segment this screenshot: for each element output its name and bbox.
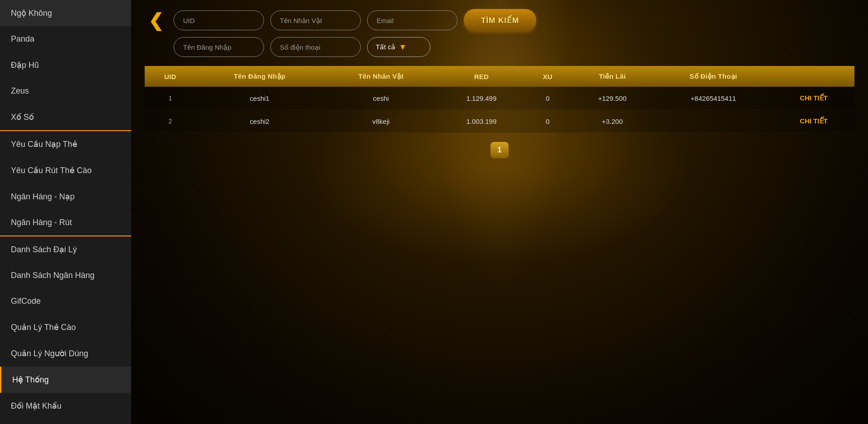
cell-ten-dang-nhap-1: ceshi2 (196, 110, 323, 133)
cell-tien-lai-1: +3.200 (571, 110, 654, 133)
cell-xu-0: 0 (524, 87, 571, 110)
search-row-2: Tất cả ▼ (145, 37, 854, 57)
tat-ca-select[interactable]: Tất cả ▼ (367, 37, 430, 57)
cell-ten-nhan-vat-1: v8keji (323, 110, 438, 133)
chi-tiet-button-0[interactable]: CHI TIẾT (800, 94, 828, 102)
cell-red-1: 1.003.199 (439, 110, 524, 133)
table-row: 1 ceshi1 ceshi 1.129.499 0 +129.500 +842… (145, 87, 854, 110)
page-1-button[interactable]: 1 (491, 142, 509, 158)
sidebar-item-gifcode[interactable]: GifCode (0, 288, 131, 314)
tim-kiem-button[interactable]: TÌM KIẾM (464, 9, 536, 32)
cell-ten-nhan-vat-0: ceshi (323, 87, 438, 110)
search-area: ❮ TÌM KIẾM Tất cả ▼ (145, 9, 854, 57)
cell-red-0: 1.129.499 (439, 87, 524, 110)
sidebar-item-yeu-cau-nap-the[interactable]: Yêu Cầu Nạp Thẻ (0, 131, 131, 157)
cell-uid-1: 2 (145, 110, 196, 133)
table-header: UID Tên Đăng Nhập Tên Nhân Vật RED XU Ti… (145, 66, 854, 87)
col-red: RED (439, 66, 524, 87)
col-ten-nhan-vat: Tên Nhân Vật (323, 66, 438, 87)
cell-so-dien-thoai-1 (654, 110, 773, 133)
sidebar-item-dap-hu[interactable]: Đập Hũ (0, 52, 131, 78)
sidebar-item-xo-so[interactable]: Xổ Số (0, 104, 131, 131)
sidebar-item-quan-ly-nguoi-dung[interactable]: Quản Lý Người Dùng (0, 340, 131, 367)
ten-nhan-vat-input[interactable] (270, 10, 361, 30)
pagination: 1 (145, 142, 854, 158)
dropdown-arrow-icon: ▼ (399, 42, 407, 52)
back-chevron-icon: ❮ (148, 11, 164, 29)
col-action (773, 66, 854, 87)
cell-uid-0: 1 (145, 87, 196, 110)
chi-tiet-button-1[interactable]: CHI TIẾT (800, 117, 828, 125)
cell-so-dien-thoai-0: +84265415411 (654, 87, 773, 110)
col-tien-lai: Tiền Lãi (571, 66, 654, 87)
col-xu: XU (524, 66, 571, 87)
sidebar-item-ngan-hang-nap[interactable]: Ngân Hàng - Nạp (0, 184, 131, 210)
content-panel: ❮ TÌM KIẾM Tất cả ▼ UID Tên (131, 0, 868, 167)
sidebar-item-zeus[interactable]: Zeus (0, 78, 131, 104)
cell-tien-lai-0: +129.500 (571, 87, 654, 110)
email-input[interactable] (367, 10, 458, 30)
sidebar: Ngộ KhôngPandaĐập HũZeusXổ SốYêu Cầu Nạp… (0, 0, 131, 424)
cell-xu-1: 0 (524, 110, 571, 133)
uid-input[interactable] (174, 10, 264, 30)
sidebar-item-quan-ly-the-cao[interactable]: Quản Lý Thẻ Cào (0, 314, 131, 340)
sidebar-item-ngan-hang-rut[interactable]: Ngân Hàng - Rút (0, 210, 131, 236)
ten-dang-nhap-input[interactable] (174, 37, 264, 57)
search-row-1: ❮ TÌM KIẾM (145, 9, 854, 32)
col-so-dien-thoai: Số Điện Thoại (654, 66, 773, 87)
sidebar-item-panda[interactable]: Panda (0, 26, 131, 52)
sidebar-item-danh-sach-ngan-hang[interactable]: Danh Sách Ngân Hàng (0, 263, 131, 288)
main-content: ❮ TÌM KIẾM Tất cả ▼ UID Tên (131, 0, 868, 424)
data-table: UID Tên Đăng Nhập Tên Nhân Vật RED XU Ti… (145, 66, 854, 133)
table-row: 2 ceshi2 v8keji 1.003.199 0 +3.200 CHI T… (145, 110, 854, 133)
sidebar-item-he-thong[interactable]: Hệ Thống (0, 367, 131, 393)
col-uid: UID (145, 66, 196, 87)
sidebar-item-doi-mat-khau[interactable]: Đổi Mật Khẩu (0, 393, 131, 419)
sidebar-item-danh-sach-dai-ly[interactable]: Danh Sách Đại Lý (0, 236, 131, 263)
so-dien-thoai-input[interactable] (270, 37, 361, 57)
cell-action-0[interactable]: CHI TIẾT (773, 87, 854, 110)
col-ten-dang-nhap: Tên Đăng Nhập (196, 66, 323, 87)
table-body: 1 ceshi1 ceshi 1.129.499 0 +129.500 +842… (145, 87, 854, 133)
sidebar-item-ngo-khong[interactable]: Ngộ Không (0, 0, 131, 26)
tat-ca-label: Tất cả (376, 43, 395, 51)
sidebar-item-yeu-cau-rut-the-cao[interactable]: Yêu Cầu Rút Thẻ Cào (0, 157, 131, 184)
cell-action-1[interactable]: CHI TIẾT (773, 110, 854, 133)
cell-ten-dang-nhap-0: ceshi1 (196, 87, 323, 110)
back-button[interactable]: ❮ (145, 9, 167, 32)
